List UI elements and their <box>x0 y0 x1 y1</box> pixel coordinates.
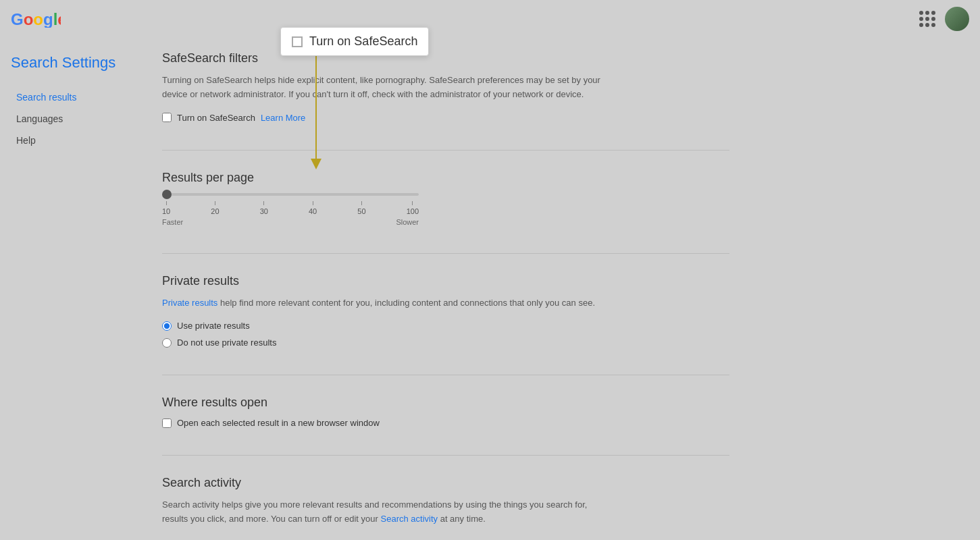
divider-4 <box>162 455 729 456</box>
tooltip-checkbox-icon <box>292 36 303 47</box>
divider-1 <box>162 150 729 151</box>
tick-label-30: 30 <box>260 207 268 215</box>
tick-mark <box>263 201 264 205</box>
safesearch-checkbox-label: Turn on SafeSearch <box>177 113 255 123</box>
search-activity-title: Search activity <box>162 476 729 490</box>
divider-3 <box>162 375 729 375</box>
private-results-link[interactable]: Private results <box>162 298 217 308</box>
safesearch-title: SafeSearch filters <box>162 51 729 65</box>
safesearch-tooltip: Turn on SafeSearch <box>280 27 429 56</box>
new-window-label: Open each selected result in a new brows… <box>177 418 380 428</box>
main-content: SafeSearch filters Turning on SafeSearch… <box>149 38 756 540</box>
slider-track <box>162 193 419 196</box>
results-per-page-section: Results per page 10 20 30 <box>162 171 729 226</box>
private-results-section: Private results Private results help fin… <box>162 274 729 348</box>
where-results-title: Where results open <box>162 396 729 410</box>
tick-mark <box>412 201 413 205</box>
tooltip-label: Turn on SafeSearch <box>309 34 417 49</box>
new-window-checkbox[interactable] <box>162 418 172 428</box>
safesearch-section: SafeSearch filters Turning on SafeSearch… <box>162 51 729 123</box>
google-logo: Google <box>11 10 61 28</box>
page-title: Search Settings <box>11 54 138 72</box>
use-private-label: Use private results <box>177 321 250 331</box>
results-per-page-title: Results per page <box>162 171 729 185</box>
slider-label-slower: Slower <box>396 218 419 226</box>
where-results-section: Where results open Open each selected re… <box>162 396 729 428</box>
no-private-label: Do not use private results <box>177 338 276 348</box>
slider-label-faster: Faster <box>162 218 183 226</box>
where-results-checkbox-row: Open each selected result in a new brows… <box>162 418 729 428</box>
apps-grid-icon <box>919 11 935 27</box>
header-right <box>915 7 969 31</box>
sidebar-item-search-results[interactable]: Search results <box>11 88 138 107</box>
divider-2 <box>162 253 729 254</box>
tick-label-10: 10 <box>162 207 170 215</box>
apps-button[interactable] <box>915 7 939 31</box>
sidebar-nav: Search results Languages Help <box>11 88 138 150</box>
tick-mark <box>215 201 215 205</box>
tick-mark <box>166 201 167 205</box>
learn-more-link[interactable]: Learn More <box>261 113 305 123</box>
tick-40: 40 <box>309 201 317 215</box>
radio-use-private: Use private results <box>162 321 729 331</box>
slider-labels-row: Faster Slower <box>162 218 419 226</box>
radio-no-private: Do not use private results <box>162 338 729 348</box>
results-slider-wrapper <box>162 193 419 196</box>
search-activity-desc-text: Search activity helps give you more rele… <box>162 500 587 524</box>
search-activity-section: Search activity Search activity helps gi… <box>162 476 729 526</box>
slider-thumb[interactable] <box>162 190 172 199</box>
safesearch-description: Turning on SafeSearch helps hide explici… <box>162 74 608 102</box>
search-activity-link[interactable]: Search activity <box>381 514 438 524</box>
svg-text:Google: Google <box>11 10 61 28</box>
safesearch-checkbox-row: Turn on SafeSearch Learn More <box>162 113 729 123</box>
sidebar: Search Settings Search results Languages… <box>0 38 149 540</box>
tick-label-20: 20 <box>211 207 219 215</box>
slider-ticks: 10 20 30 40 50 <box>162 201 419 215</box>
tick-50: 50 <box>357 201 365 215</box>
tick-100: 100 <box>407 201 419 215</box>
tick-20: 20 <box>211 201 219 215</box>
tick-30: 30 <box>260 201 268 215</box>
private-results-description: Private results help find more relevant … <box>162 296 608 310</box>
page-layout: Search Settings Search results Languages… <box>0 38 980 540</box>
tick-label-100: 100 <box>407 207 419 215</box>
sidebar-item-help[interactable]: Help <box>11 131 138 150</box>
private-results-title: Private results <box>162 274 729 288</box>
private-results-radio-group: Use private results Do not use private r… <box>162 321 729 348</box>
safesearch-checkbox[interactable] <box>162 113 172 122</box>
tick-mark <box>313 201 313 205</box>
header: Google <box>0 0 980 38</box>
search-activity-description: Search activity helps give you more rele… <box>162 498 608 526</box>
search-activity-desc-suffix: at any time. <box>438 514 486 524</box>
use-private-radio[interactable] <box>162 321 172 331</box>
user-avatar[interactable] <box>945 7 969 31</box>
tick-10: 10 <box>162 201 170 215</box>
tick-label-40: 40 <box>309 207 317 215</box>
private-results-desc-suffix: help find more relevant content for you,… <box>217 298 595 308</box>
tick-mark <box>361 201 362 205</box>
sidebar-item-languages[interactable]: Languages <box>11 109 138 128</box>
no-private-radio[interactable] <box>162 338 172 348</box>
tick-label-50: 50 <box>357 207 365 215</box>
